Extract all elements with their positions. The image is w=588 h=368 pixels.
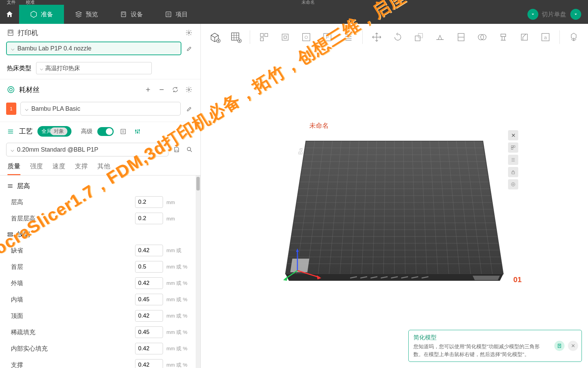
scope-toggle[interactable]: 全局 对象 bbox=[37, 126, 71, 137]
settings-icon-button[interactable] bbox=[133, 127, 142, 136]
home-button[interactable] bbox=[0, 5, 19, 24]
gear-icon bbox=[185, 29, 192, 36]
save-icon bbox=[173, 146, 180, 153]
filament-add-button[interactable] bbox=[143, 85, 153, 94]
plate-lock-button[interactable] bbox=[508, 167, 518, 177]
tab-preview[interactable]: 预览 bbox=[64, 5, 109, 24]
seam-paint-button[interactable] bbox=[515, 28, 534, 46]
scale-button[interactable] bbox=[410, 28, 428, 46]
printer-icon bbox=[7, 29, 14, 36]
scope-object-label: 对象 bbox=[50, 127, 67, 135]
chevron-down-icon bbox=[530, 12, 535, 17]
tab-device[interactable]: 设备 bbox=[109, 5, 154, 24]
filament-color-swatch[interactable]: 1 bbox=[6, 103, 16, 115]
arrange-button[interactable] bbox=[255, 28, 273, 46]
plate-close-button[interactable]: ✕ bbox=[508, 130, 518, 140]
list-icon bbox=[120, 128, 127, 135]
assembly-icon bbox=[568, 31, 580, 43]
default-lw-input[interactable] bbox=[135, 245, 163, 256]
first-layer-lw-input[interactable] bbox=[135, 261, 163, 273]
add-plate-button[interactable] bbox=[227, 28, 245, 46]
preset-search-button[interactable] bbox=[185, 145, 194, 154]
assembly-button[interactable] bbox=[565, 28, 583, 46]
tab-quality[interactable]: 质量 bbox=[7, 162, 20, 175]
filament-sync-button[interactable] bbox=[170, 85, 180, 94]
split-objects-button[interactable]: O bbox=[297, 28, 315, 46]
inner-wall-lw-input[interactable] bbox=[135, 294, 163, 305]
plate-settings-button[interactable] bbox=[508, 155, 518, 165]
plate-arrange-button[interactable] bbox=[508, 142, 518, 153]
place-on-face-button[interactable] bbox=[431, 28, 449, 46]
text-tool-button[interactable]: a bbox=[536, 28, 555, 46]
add-cube-button[interactable] bbox=[206, 28, 224, 46]
tab-support[interactable]: 支撑 bbox=[75, 162, 88, 175]
svg-point-5 bbox=[188, 32, 190, 34]
chevron-down-icon: ⌵ bbox=[40, 65, 43, 72]
first-layer-height-input[interactable] bbox=[135, 213, 163, 224]
tab-project[interactable]: 项目 bbox=[154, 5, 199, 24]
scrollbar[interactable] bbox=[196, 175, 200, 368]
compare-button[interactable] bbox=[118, 127, 128, 136]
cut-button[interactable] bbox=[452, 28, 470, 46]
slice-button[interactable]: 切片单盘 bbox=[542, 10, 566, 18]
rotate-button[interactable] bbox=[389, 28, 407, 46]
sparse-infill-lw-input[interactable] bbox=[135, 326, 163, 338]
filament-select[interactable]: ⌵ Bambu PLA Basic bbox=[20, 102, 181, 116]
grid-plus-icon bbox=[230, 31, 242, 43]
filament-section-label: 耗材丝 bbox=[19, 85, 39, 94]
mesh-boolean-button[interactable] bbox=[473, 28, 491, 46]
filament-remove-button[interactable] bbox=[157, 85, 166, 94]
tab-prepare[interactable]: 准备 bbox=[19, 5, 64, 24]
tab-speed[interactable]: 速度 bbox=[52, 162, 65, 175]
plate-edit-button[interactable] bbox=[508, 179, 518, 189]
outer-wall-lw-input[interactable] bbox=[135, 277, 163, 289]
settings-sidebar: 打印机 ⌵ Bambu Lab P1P 0.4 nozzle 热床类型 ⌵ 高温… bbox=[0, 24, 201, 368]
tab-strength[interactable]: 强度 bbox=[30, 162, 43, 175]
pencil-icon bbox=[186, 105, 193, 112]
filament-settings-button[interactable] bbox=[184, 85, 194, 94]
tab-prepare-label: 准备 bbox=[41, 10, 53, 18]
group-layer-height: 层高 bbox=[7, 178, 192, 194]
line-width-icon bbox=[7, 231, 14, 238]
move-button[interactable] bbox=[368, 28, 386, 46]
printer-settings-button[interactable] bbox=[184, 28, 194, 37]
printer-edit-button[interactable] bbox=[185, 44, 194, 53]
svg-point-100 bbox=[511, 183, 515, 186]
slice-dropdown-button[interactable] bbox=[527, 9, 538, 20]
process-preset-select[interactable]: ⌵ 0.20mm Standard @BBL P1P bbox=[6, 143, 168, 156]
search-icon bbox=[186, 146, 193, 153]
advanced-label: 高级 bbox=[81, 127, 93, 135]
sync-icon bbox=[172, 86, 179, 93]
print-dropdown-button[interactable] bbox=[570, 9, 581, 20]
chevron-down-icon bbox=[573, 12, 578, 17]
parameter-list[interactable]: 层高 层高mm 首层层高mm 线宽 缺省mm 或 首层mm 或 % 外墙mm 或… bbox=[0, 175, 200, 368]
printer-select[interactable]: ⌵ Bambu Lab P1P 0.4 nozzle bbox=[6, 42, 181, 55]
support-paint-button[interactable] bbox=[494, 28, 512, 46]
support-lw-input[interactable] bbox=[135, 359, 163, 368]
svg-marker-89 bbox=[473, 276, 500, 280]
tip-body: 您知道吗，您可以使用"简化模型"功能减少模型的三角形数。在模型上单击鼠标右键，然… bbox=[413, 343, 577, 358]
top-lw-input[interactable] bbox=[135, 310, 163, 322]
layer-height-input[interactable] bbox=[135, 196, 163, 208]
preset-save-button[interactable] bbox=[172, 145, 181, 154]
viewport[interactable]: O P a 未命名 bbox=[201, 24, 588, 368]
svg-text:a: a bbox=[544, 35, 547, 40]
split-parts-button[interactable]: P bbox=[318, 28, 337, 46]
tip-accept-button[interactable] bbox=[554, 341, 565, 351]
plus-icon bbox=[145, 86, 151, 93]
svg-rect-96 bbox=[511, 146, 513, 148]
bed-type-select[interactable]: ⌵ 高温打印热床 bbox=[36, 62, 152, 74]
variable-layer-button[interactable] bbox=[339, 28, 358, 46]
tip-close-button[interactable]: ✕ bbox=[568, 341, 578, 351]
3d-canvas[interactable]: 未命名 Ba bbox=[201, 50, 588, 368]
svg-rect-97 bbox=[513, 146, 515, 148]
stack-icon bbox=[7, 128, 14, 135]
advanced-toggle[interactable] bbox=[97, 127, 114, 136]
filament-edit-button[interactable] bbox=[185, 104, 194, 113]
solid-infill-lw-input[interactable] bbox=[135, 343, 163, 354]
pencil-icon bbox=[186, 45, 193, 52]
filament-section-header: 耗材丝 bbox=[0, 79, 200, 100]
orient-button[interactable] bbox=[276, 28, 294, 46]
process-section-label: 工艺 bbox=[19, 127, 33, 136]
tab-other[interactable]: 其他 bbox=[97, 162, 110, 175]
